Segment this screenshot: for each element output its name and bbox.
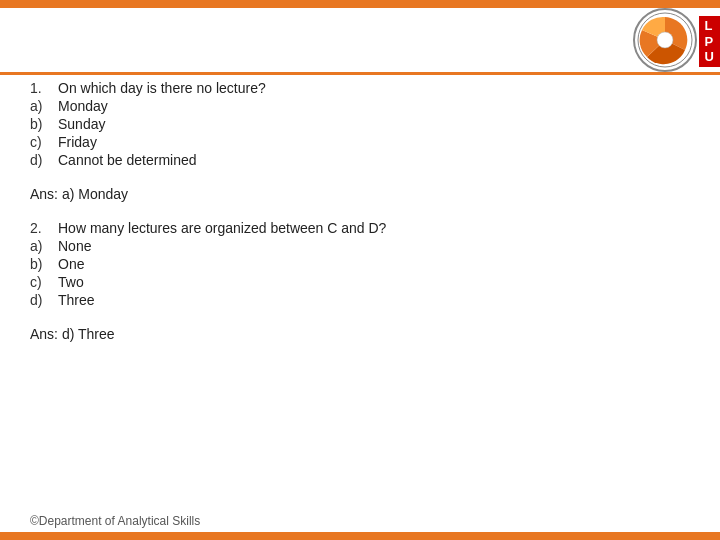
q2-text-c: Two (58, 274, 84, 290)
q2-label-c: c) (30, 274, 58, 290)
q2-label-b: b) (30, 256, 58, 272)
q1-text-c: Friday (58, 134, 97, 150)
question-1-block: 1. On which day is there no lecture? a) … (30, 80, 690, 168)
question-1-number: 1. (30, 80, 58, 96)
q1-text-a: Monday (58, 98, 108, 114)
question-2-row: 2. How many lectures are organized betwe… (30, 220, 690, 236)
q1-label-c: c) (30, 134, 58, 150)
top-bar (0, 0, 720, 8)
q1-option-d: d) Cannot be determined (30, 152, 690, 168)
q1-text-d: Cannot be determined (58, 152, 197, 168)
logo-area: L P U (633, 8, 720, 72)
main-content: 1. On which day is there no lecture? a) … (30, 80, 690, 510)
q1-label-a: a) (30, 98, 58, 114)
lpu-l: L (705, 18, 714, 34)
q1-option-a: a) Monday (30, 98, 690, 114)
question-2-text: How many lectures are organized between … (58, 220, 386, 236)
q2-option-c: c) Two (30, 274, 690, 290)
question-1-text: On which day is there no lecture? (58, 80, 266, 96)
q2-option-b: b) One (30, 256, 690, 272)
question-1-answer: Ans: a) Monday (30, 186, 690, 202)
q1-option-c: c) Friday (30, 134, 690, 150)
q1-label-d: d) (30, 152, 58, 168)
question-1-row: 1. On which day is there no lecture? (30, 80, 690, 96)
lpu-badge: L P U (699, 16, 720, 67)
q2-label-a: a) (30, 238, 58, 254)
lpu-u: U (705, 49, 714, 65)
logo-circle (633, 8, 697, 72)
q2-text-a: None (58, 238, 91, 254)
question-2-block: 2. How many lectures are organized betwe… (30, 220, 690, 308)
footer-text: ©Department of Analytical Skills (30, 514, 200, 528)
footer: ©Department of Analytical Skills (30, 514, 200, 528)
q1-option-b: b) Sunday (30, 116, 690, 132)
divider-line (0, 72, 720, 75)
q2-label-d: d) (30, 292, 58, 308)
question-2-answer: Ans: d) Three (30, 326, 690, 342)
q2-text-d: Three (58, 292, 95, 308)
q1-label-b: b) (30, 116, 58, 132)
bottom-bar (0, 532, 720, 540)
q1-text-b: Sunday (58, 116, 105, 132)
lpu-p: P (705, 34, 714, 50)
q2-option-d: d) Three (30, 292, 690, 308)
question-2-number: 2. (30, 220, 58, 236)
q2-option-a: a) None (30, 238, 690, 254)
q2-text-b: One (58, 256, 84, 272)
